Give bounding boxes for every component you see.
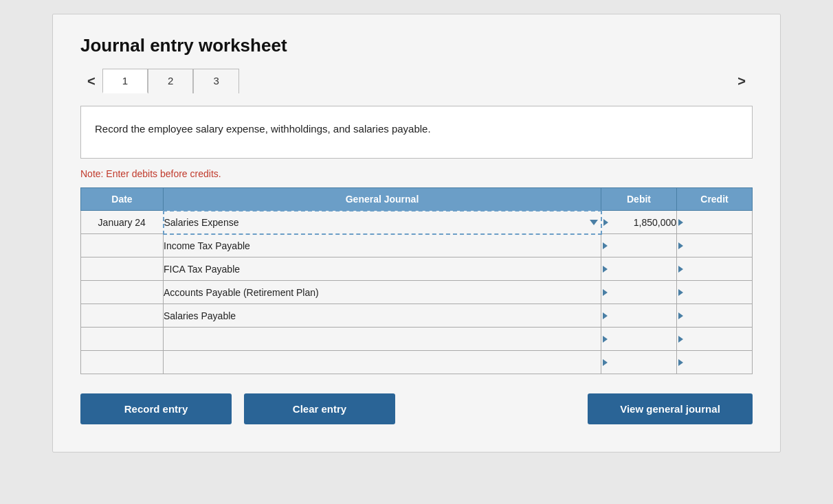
- cell-credit-6[interactable]: [677, 351, 753, 374]
- prev-tab-arrow[interactable]: <: [80, 69, 102, 93]
- tab-3[interactable]: 3: [193, 69, 238, 93]
- cell-date-3: [81, 281, 164, 304]
- cell-debit-6[interactable]: [601, 351, 677, 374]
- cell-account-3[interactable]: Accounts Payable (Retirement Plan): [164, 281, 601, 304]
- cell-debit-2[interactable]: [601, 257, 677, 281]
- cell-date-5: [81, 328, 164, 351]
- cell-date-1: [81, 234, 164, 257]
- cell-debit-0[interactable]: 1,850,000: [601, 211, 677, 234]
- account-text-2: FICA Tax Payable: [164, 264, 240, 275]
- cell-credit-4[interactable]: [677, 304, 753, 328]
- journal-table: Date General Journal Debit Credit Januar…: [80, 187, 753, 375]
- debit-arrow-2: [603, 266, 608, 273]
- cell-credit-0[interactable]: [677, 211, 753, 234]
- cell-account-1[interactable]: Income Tax Payable: [164, 234, 601, 257]
- tab-2[interactable]: 2: [148, 69, 193, 93]
- debit-arrow-6: [603, 359, 608, 366]
- cell-date-6: [81, 351, 164, 374]
- debit-arrow-3: [603, 289, 608, 296]
- col-header-date: Date: [81, 187, 164, 211]
- record-entry-button[interactable]: Record entry: [80, 393, 232, 424]
- col-header-debit: Debit: [601, 187, 677, 211]
- credit-arrow-3: [678, 289, 683, 296]
- tab-1[interactable]: 1: [102, 69, 148, 93]
- clear-entry-button[interactable]: Clear entry: [244, 393, 395, 424]
- dropdown-arrow-0[interactable]: [590, 220, 598, 225]
- account-text-1: Income Tax Payable: [164, 240, 250, 251]
- cell-credit-1[interactable]: [677, 234, 753, 257]
- debit-arrow-1: [603, 242, 608, 249]
- cell-account-0[interactable]: Salaries Expense: [164, 211, 601, 234]
- cell-debit-3[interactable]: [601, 281, 677, 304]
- cell-date-0: January 24: [81, 211, 164, 234]
- cell-date-2: [81, 257, 164, 281]
- view-general-journal-button[interactable]: View general journal: [588, 393, 753, 424]
- cell-debit-4[interactable]: [601, 304, 677, 328]
- main-container: Journal entry worksheet < 1 2 3 > Record…: [52, 14, 781, 453]
- credit-arrow-6: [678, 359, 683, 366]
- next-tab-arrow[interactable]: >: [731, 69, 753, 93]
- cell-credit-2[interactable]: [677, 257, 753, 281]
- cell-credit-3[interactable]: [677, 281, 753, 304]
- tabs-list: 1 2 3: [102, 69, 239, 93]
- debit-arrow-4: [603, 312, 608, 319]
- cell-debit-1[interactable]: [601, 234, 677, 257]
- account-text-4: Salaries Payable: [164, 310, 236, 321]
- instruction-text: Record the employee salary expense, with…: [95, 123, 431, 135]
- cell-account-5: [164, 328, 601, 351]
- credit-arrow-0: [678, 219, 683, 226]
- account-text-0: Salaries Expense: [164, 217, 239, 228]
- col-header-credit: Credit: [677, 187, 753, 211]
- credit-arrow-5: [678, 336, 683, 343]
- cell-account-2[interactable]: FICA Tax Payable: [164, 257, 601, 281]
- cell-account-4[interactable]: Salaries Payable: [164, 304, 601, 328]
- credit-arrow-1: [678, 242, 683, 249]
- instruction-box: Record the employee salary expense, with…: [80, 106, 753, 159]
- cell-date-4: [81, 304, 164, 328]
- page-title: Journal entry worksheet: [80, 35, 753, 56]
- tabs-navigation: < 1 2 3 >: [80, 69, 753, 93]
- col-header-general-journal: General Journal: [164, 187, 601, 211]
- cell-credit-5[interactable]: [677, 328, 753, 351]
- debit-value-0: 1,850,000: [634, 217, 676, 228]
- credit-arrow-2: [678, 266, 683, 273]
- account-text-3: Accounts Payable (Retirement Plan): [164, 287, 319, 298]
- debit-arrow-5: [603, 336, 608, 343]
- credit-arrow-4: [678, 312, 683, 319]
- buttons-row: Record entry Clear entry View general jo…: [80, 393, 753, 424]
- cell-account-6: [164, 351, 601, 374]
- note-text: Note: Enter debits before credits.: [80, 168, 753, 179]
- debit-arrow-0: [603, 219, 608, 226]
- cell-debit-5[interactable]: [601, 328, 677, 351]
